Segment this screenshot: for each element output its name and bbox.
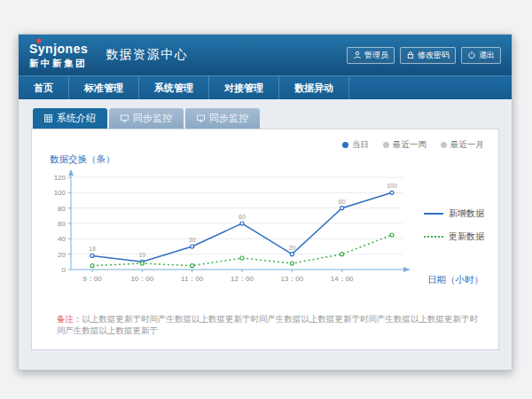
svg-text:100: 100	[54, 189, 66, 197]
legend-series-updated-data[interactable]: 更新数据	[424, 231, 484, 243]
lock-icon	[406, 51, 415, 59]
tab-label: 系统介绍	[57, 112, 96, 125]
user-icon	[353, 51, 362, 59]
footnote: 备注：以上数据更新于时间产生数据以上数据更新于时间产生数据以上数据更新于时间产生…	[57, 314, 481, 337]
brand-star-icon: ✱	[35, 38, 42, 46]
svg-text:0: 0	[62, 266, 66, 274]
svg-text:100: 100	[387, 183, 397, 189]
grid-icon	[44, 114, 52, 122]
tab-label: 同步监控	[133, 112, 172, 125]
y-axis-title: 数据交换（条）	[50, 153, 115, 166]
svg-text:9：00: 9：00	[82, 275, 102, 283]
app-window: Synjones ✱ 新中新集团 数据资源中心 管理员 修改密码	[18, 34, 512, 371]
tab-label: 同步监控	[209, 112, 248, 125]
nav-item-data-change[interactable]: 数据异动	[279, 76, 349, 99]
tab-sync-monitor-1[interactable]: 同步监控	[109, 108, 184, 129]
nav-item-interface-mgmt[interactable]: 对接管理	[209, 76, 279, 99]
nav-item-standard-mgmt[interactable]: 标准管理	[69, 76, 139, 99]
filter-label: 最近一周	[393, 139, 426, 151]
legend-label: 新增数据	[449, 207, 484, 220]
legend-label: 更新数据	[449, 231, 484, 243]
legend-dot-icon	[383, 142, 389, 148]
footnote-text: 以上数据更新于时间产生数据以上数据更新于时间产生数据以上数据更新于时间产生数据以…	[57, 314, 478, 335]
svg-text:10：00: 10：00	[130, 275, 153, 283]
monitor-icon	[121, 114, 129, 122]
line-sample-icon	[424, 213, 443, 215]
header-actions: 管理员 修改密码 退出	[341, 47, 501, 64]
change-password-button[interactable]: 修改密码	[400, 47, 456, 64]
main-nav: 首页 标准管理 系统管理 对接管理 数据异动	[19, 75, 512, 99]
filter-last-month[interactable]: 最近一月	[441, 139, 484, 151]
svg-text:120: 120	[54, 174, 66, 182]
svg-text:10: 10	[138, 252, 145, 258]
svg-text:20: 20	[58, 251, 66, 259]
svg-text:20: 20	[288, 245, 295, 251]
tab-system-intro[interactable]: 系统介绍	[33, 108, 107, 129]
nav-item-home[interactable]: 首页	[19, 76, 69, 99]
power-icon	[467, 51, 476, 59]
change-password-label: 修改密码	[418, 50, 450, 61]
filter-label: 当日	[352, 139, 369, 151]
svg-text:80: 80	[58, 205, 66, 213]
series-legend: 新增数据 更新数据	[424, 207, 484, 254]
svg-text:60: 60	[239, 214, 246, 220]
logo: Synjones ✱ 新中新集团	[29, 41, 88, 68]
svg-text:11：00: 11：00	[181, 275, 204, 283]
legend-series-new-data[interactable]: 新增数据	[424, 207, 484, 220]
tab-bar: 系统介绍 同步监控 同步监控	[33, 108, 499, 129]
filter-last-week[interactable]: 最近一周	[383, 139, 426, 151]
svg-text:80: 80	[339, 199, 346, 205]
chart-range-filters: 当日 最近一周 最近一月	[342, 139, 484, 151]
app-header: Synjones ✱ 新中新集团 数据资源中心 管理员 修改密码	[19, 35, 512, 75]
dotted-line-sample-icon	[424, 236, 443, 238]
filter-label: 最近一月	[450, 139, 484, 151]
content-area: 系统介绍 同步监控 同步监控 当日	[19, 99, 512, 372]
admin-user-button[interactable]: 管理员	[347, 47, 395, 64]
brand-name: Synjones ✱	[29, 43, 88, 56]
filter-today[interactable]: 当日	[342, 139, 369, 151]
brand-subtitle: 新中新集团	[29, 59, 88, 69]
footnote-prefix: 备注：	[57, 314, 82, 324]
legend-dot-icon	[342, 142, 348, 148]
svg-text:18: 18	[89, 246, 96, 252]
svg-text:30: 30	[189, 237, 196, 243]
chart-panel: 当日 最近一周 最近一月 数据交换（条） 0204060801001209：00…	[31, 129, 499, 350]
svg-text:12：00: 12：00	[231, 275, 254, 283]
legend-dot-icon	[441, 142, 447, 148]
svg-text:13：00: 13：00	[280, 275, 303, 283]
logout-button[interactable]: 退出	[461, 47, 501, 64]
admin-user-label: 管理员	[364, 50, 388, 61]
line-chart: 0204060801001209：0010：0011：0012：0013：001…	[43, 168, 424, 293]
svg-text:60: 60	[58, 220, 66, 228]
monitor-icon	[197, 114, 205, 122]
logout-label: 退出	[479, 50, 495, 61]
page-title: 数据资源中心	[106, 47, 188, 63]
desktop-background: { "header": { "brand": "Synjones", "bran…	[0, 0, 532, 399]
svg-text:14：00: 14：00	[331, 275, 354, 283]
x-axis-title: 日期（小时）	[427, 274, 483, 286]
nav-item-system-mgmt[interactable]: 系统管理	[139, 76, 209, 99]
tab-sync-monitor-2[interactable]: 同步监控	[185, 108, 260, 129]
svg-text:40: 40	[58, 235, 66, 243]
